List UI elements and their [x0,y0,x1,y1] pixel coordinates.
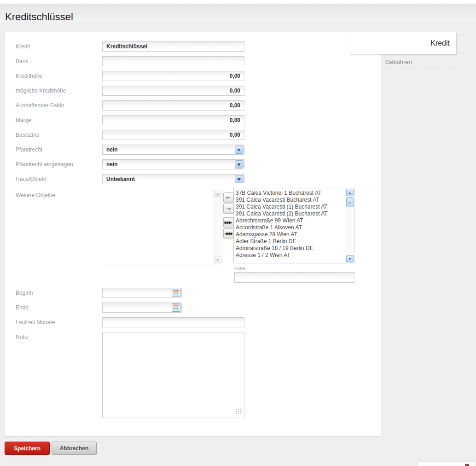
basiszins-input[interactable] [102,130,244,140]
filter-label: Filter [234,266,245,271]
scrollbar[interactable]: ▲ ▼ [346,189,354,262]
calendar-icon[interactable] [172,289,180,297]
move-right-button[interactable]: → [223,204,233,214]
list-item[interactable]: Abrechtsstraße 99 WIen AT [236,217,345,224]
move-all-left-button[interactable]: ◀◀◀ [223,228,233,239]
scrollbar[interactable]: ▲ ▼ [214,190,221,263]
calendar-icon[interactable] [172,303,180,312]
sidebar-item-gebuehren[interactable]: Gebühren [385,56,453,68]
list-item[interactable]: 391 Calea Vacaresti Bucharest AT [236,197,345,204]
form-row-pfandrecht-eingetragen: Pfandrecht eingetragen nein [5,159,381,169]
pfandrecht-eingetragen-label: Pfandrecht eingetragen [16,161,73,168]
tab-kredit[interactable]: Kredit [350,32,456,54]
ende-label: Ende [16,304,29,311]
scrollbar-thumb[interactable] [346,197,354,207]
laufzeit-monate-label: Laufzeit Monate [16,319,55,326]
aushaftender-saldo-label: Aushaftender Saldo [16,102,64,109]
kredit-label: Kredit [16,43,30,50]
pfandrecht-label: Pfandrecht [16,146,42,153]
list-item[interactable]: 37B Calea Victoriei 1 Buchärest AT [236,190,345,197]
aushaftender-saldo-input[interactable] [102,100,244,111]
feedback-widget-partial[interactable] [418,461,475,466]
notiz-label: Notiz [16,334,28,340]
moegliche-kredithoehe-input[interactable] [102,86,244,96]
form-row-ende: Ende [5,303,381,313]
form-row-kredithoehe: Kredithöhe [5,71,381,81]
form-row-aushaftender-saldo: Aushaftender Saldo [5,100,381,111]
scroll-down-icon[interactable]: ▼ [346,255,354,262]
form-row-pfandrecht: Pfandrecht nein [5,145,381,155]
beginn-label: Beginn [16,290,33,296]
page-title: Kreditschlüssel [5,11,73,23]
list-item[interactable]: Adamsgasse 28 Wien AT [236,231,345,238]
scroll-up-icon[interactable]: ▲ [214,190,221,197]
abbrechen-button[interactable]: Abbrechen [52,442,97,455]
move-all-right-button[interactable]: ▶▶▶ [223,217,233,227]
chevron-down-icon[interactable] [235,146,244,154]
marge-input[interactable] [102,115,244,125]
pfandrecht-selected-value: nein [106,145,118,154]
pfandrecht-eingetragen-select[interactable]: nein [102,159,244,169]
bank-label: Bank [16,58,28,64]
scroll-up-icon[interactable]: ▲ [346,189,354,196]
list-item[interactable]: Admiralstraße 18 / 19 Berlin DE [236,245,345,252]
pfandrecht-eingetragen-selected-value: nein [106,160,118,169]
filter-input[interactable] [234,272,354,283]
available-objects-list: 37B Calea Victoriei 1 Buchärest AT 391 C… [236,190,345,262]
selected-objects-listbox[interactable]: ▲ ▼ [102,189,222,264]
pfandrecht-select[interactable]: nein [102,145,244,155]
form-row-marge: Marge [5,115,381,125]
list-item[interactable]: 391 Calea Vacaresti (2) Bucharest AT [236,210,345,217]
chevron-down-icon[interactable] [235,175,244,183]
form-row-kredit: Kredit [5,41,381,52]
kredithoehe-label: Kredithöhe [16,73,42,79]
laufzeit-monate-input[interactable] [102,317,244,327]
available-objects-listbox[interactable]: 37B Calea Victoriei 1 Buchärest AT 391 C… [233,188,354,263]
list-item[interactable]: Adler Straße 1 Berlin DE [236,238,345,245]
list-item[interactable]: Accordstraße 1 Alkoven AT [236,224,345,231]
haus-objekt-select[interactable]: Unbekannt [102,174,244,184]
chevron-down-icon[interactable] [235,160,244,169]
haus-objekt-selected-value: Unbekannt [106,175,135,184]
basiszins-label: Basiszins [16,132,39,138]
kredithoehe-input[interactable] [102,71,244,81]
bank-input[interactable] [102,56,244,66]
marge-label: Marge [16,117,31,123]
scroll-down-icon[interactable]: ▼ [214,256,221,263]
haus-objekt-label: Haus/Objekt [16,176,46,182]
form-row-moegliche-kredithoehe: mögliche Kredithöhe [5,86,381,96]
form-row-haus-objekt: Haus/Objekt Unbekannt [5,174,381,184]
move-left-button[interactable]: ← [223,192,233,203]
form-row-beginn: Beginn [5,288,381,298]
kredit-form-panel: Kredit Bank Kredithöhe mögliche Kredithö… [5,32,381,436]
list-item[interactable]: Adresse 1 / 2 Wien AT [236,252,345,259]
form-row-bank: Bank [5,56,381,66]
list-item[interactable]: 391 Calea Vacaresti (1) Bucharest AT [236,204,345,210]
speichern-button[interactable]: Speichern [5,442,50,455]
kredit-input[interactable] [102,41,244,52]
ende-input[interactable] [102,303,182,313]
transfer-buttons: ← → ▶▶▶ ◀◀◀ [223,192,233,239]
moegliche-kredithoehe-label: mögliche Kredithöhe [16,87,66,94]
feedback-widget-icon [465,464,469,466]
notiz-textarea[interactable] [102,332,244,418]
form-row-basiszins: Basiszins [5,130,381,140]
weitere-objekte-label: Weitere Objekte [16,192,55,198]
beginn-input[interactable] [102,288,182,298]
